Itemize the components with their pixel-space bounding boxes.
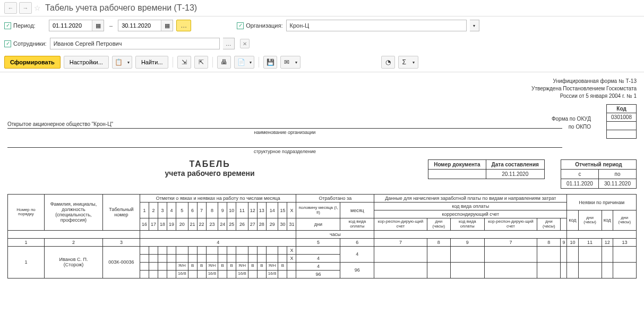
calendar-from-icon[interactable]: ▦ bbox=[92, 20, 104, 31]
employees-checkbox[interactable]: ✓ Сотрудники: bbox=[4, 40, 47, 47]
table-row: 1 Иванов С. П.(Сторож) 003К-00036 X 4 bbox=[8, 246, 637, 254]
page-title: Табель учета рабочего времени (Т-13) bbox=[45, 3, 197, 13]
timesheet-table: Номер по порядку Фамилия, инициалы, долж… bbox=[7, 194, 637, 279]
find-button[interactable]: Найти... bbox=[135, 56, 169, 69]
date-from-input[interactable] bbox=[49, 20, 92, 31]
variants-button[interactable]: 📋 ▾ bbox=[112, 56, 132, 69]
period-checkbox[interactable]: ✓ Период: bbox=[4, 22, 46, 29]
settings-button[interactable]: Настройки... bbox=[64, 56, 109, 69]
period-table: Отчетный период спо 01.11.202030.11.2020 bbox=[561, 159, 637, 189]
print-dropdown-button[interactable]: 📄 ▾ bbox=[234, 56, 254, 69]
expand-button[interactable]: ⇲ bbox=[177, 56, 191, 69]
org-input[interactable]: Крон-Ц bbox=[286, 20, 467, 31]
back-button[interactable]: ← bbox=[4, 2, 17, 14]
chart-button[interactable]: ◔ bbox=[381, 56, 395, 69]
org-label: Организация: bbox=[246, 22, 282, 29]
employees-label: Сотрудники: bbox=[13, 40, 47, 47]
calendar-to-icon[interactable]: ▦ bbox=[161, 20, 173, 31]
date-to-input[interactable] bbox=[118, 20, 161, 31]
sum-button[interactable]: Σ ▾ bbox=[398, 56, 418, 69]
employees-input[interactable]: Иванов Сергей Петрович bbox=[50, 38, 220, 49]
print-button[interactable]: 🖶 bbox=[217, 56, 231, 69]
report-title: ТАБЕЛЬ bbox=[7, 159, 412, 169]
save-button[interactable]: 💾 bbox=[263, 56, 277, 69]
period-select-button[interactable]: … bbox=[176, 20, 191, 31]
org-checkbox[interactable]: ✓ Организация: bbox=[237, 22, 282, 29]
form-header: Унифицированная форма № Т-13 Утверждена … bbox=[7, 78, 637, 100]
org-name: Открытое акционерное общество "Крон-Ц" bbox=[7, 121, 562, 129]
employees-select-button[interactable]: … bbox=[223, 38, 235, 49]
report-area: Унифицированная форма № Т-13 Утверждена … bbox=[0, 72, 644, 284]
forward-button[interactable]: → bbox=[19, 2, 32, 14]
doc-number-table: Номер документаДата составления 20.11.20… bbox=[428, 159, 545, 179]
favorite-icon[interactable]: ☆ bbox=[34, 4, 41, 12]
code-table: Код 0301008 bbox=[606, 104, 637, 139]
employees-clear-button[interactable]: ✕ bbox=[240, 39, 250, 48]
collapse-button[interactable]: ⇱ bbox=[194, 56, 208, 69]
send-button[interactable]: ✉ ▾ bbox=[280, 56, 300, 69]
generate-button[interactable]: Сформировать bbox=[4, 56, 61, 69]
period-label: Период: bbox=[13, 22, 36, 29]
org-dropdown-button[interactable]: ▾ bbox=[470, 20, 479, 31]
